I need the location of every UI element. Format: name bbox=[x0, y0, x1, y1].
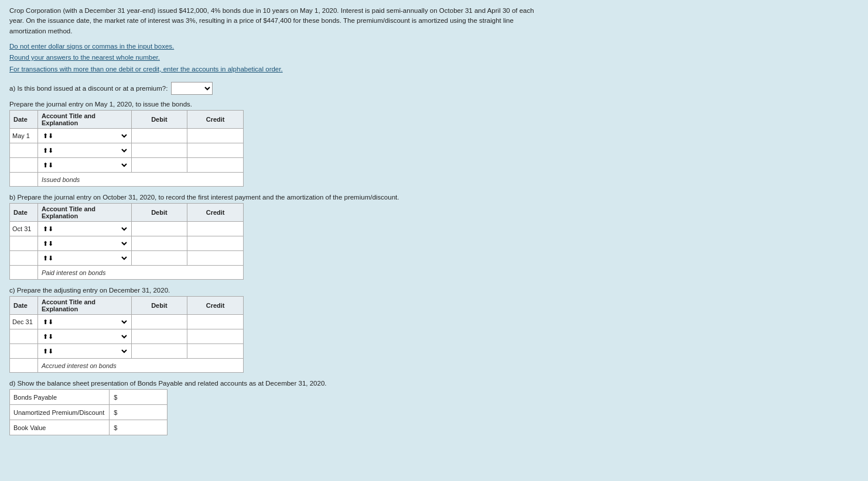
account-select-c3[interactable]: ⬆⬇ bbox=[40, 345, 129, 357]
account-select-c1[interactable]: ⬆⬇ bbox=[40, 316, 129, 328]
col-debit-a: Debit bbox=[131, 111, 187, 129]
col-date-b: Date bbox=[10, 204, 38, 222]
part-a-question-label: a) Is this bond issued at a discount or … bbox=[9, 85, 168, 92]
note-row-c: Accrued interest on bonds bbox=[10, 359, 244, 373]
unamortized-input[interactable] bbox=[122, 409, 163, 416]
note-date-b bbox=[10, 266, 38, 280]
instruction-1: Do not enter dollar signs or commas in t… bbox=[9, 41, 859, 53]
debit-input-c2[interactable] bbox=[134, 331, 185, 342]
note-date-a bbox=[10, 173, 38, 187]
date-cell-c3 bbox=[10, 344, 38, 359]
debit-cell-a1[interactable] bbox=[131, 129, 187, 143]
unamortized-value[interactable] bbox=[118, 405, 168, 420]
instructions-block: Do not enter dollar signs or commas in t… bbox=[9, 41, 859, 75]
debit-cell-c3[interactable] bbox=[131, 344, 187, 359]
account-select-b3[interactable]: ⬆⬇ bbox=[40, 252, 129, 264]
account-select-a2[interactable]: ⬆⬇ bbox=[40, 145, 129, 156]
table-row: May 1 ⬆⬇ bbox=[10, 129, 244, 143]
credit-input-c3[interactable] bbox=[190, 345, 241, 357]
debit-input-a2[interactable] bbox=[134, 145, 185, 156]
debit-cell-a3[interactable] bbox=[131, 158, 187, 173]
credit-cell-a2[interactable] bbox=[187, 143, 244, 158]
debit-input-a1[interactable] bbox=[134, 130, 185, 142]
account-cell-a3[interactable]: ⬆⬇ bbox=[37, 158, 131, 173]
balance-row-bonds-payable: Bonds Payable $ bbox=[10, 390, 168, 405]
credit-input-a2[interactable] bbox=[190, 145, 241, 156]
credit-input-c1[interactable] bbox=[190, 316, 241, 328]
bonds-payable-value[interactable] bbox=[118, 390, 168, 405]
debit-input-a3[interactable] bbox=[134, 159, 185, 171]
bond-type-select[interactable]: Premium Discount bbox=[171, 82, 213, 95]
col-credit-a: Credit bbox=[187, 111, 244, 129]
credit-input-a3[interactable] bbox=[190, 159, 241, 171]
debit-input-c3[interactable] bbox=[134, 345, 185, 357]
credit-input-a1[interactable] bbox=[190, 130, 241, 142]
book-value-input[interactable] bbox=[122, 424, 163, 431]
table-row: Dec 31 ⬆⬇ bbox=[10, 315, 244, 329]
table-row: ⬆⬇ bbox=[10, 251, 244, 266]
book-value-label: Book Value bbox=[10, 420, 110, 435]
col-date-a: Date bbox=[10, 111, 38, 129]
col-date-c: Date bbox=[10, 297, 38, 315]
debit-input-c1[interactable] bbox=[134, 316, 185, 328]
col-credit-c: Credit bbox=[187, 297, 244, 315]
credit-input-c2[interactable] bbox=[190, 331, 241, 342]
credit-input-b3[interactable] bbox=[190, 252, 241, 264]
credit-input-b2[interactable] bbox=[190, 238, 241, 249]
debit-input-b3[interactable] bbox=[134, 252, 185, 264]
note-text-a: Issued bonds bbox=[37, 173, 243, 187]
table-row: ⬆⬇ bbox=[10, 329, 244, 344]
date-cell-b1: Oct 31 bbox=[10, 222, 38, 236]
account-select-a1[interactable]: ⬆⬇ bbox=[40, 130, 129, 142]
credit-cell-a3[interactable] bbox=[187, 158, 244, 173]
book-value-dollar: $ bbox=[109, 420, 118, 435]
debit-cell-b2[interactable] bbox=[131, 236, 187, 251]
credit-cell-a1[interactable] bbox=[187, 129, 244, 143]
col-debit-c: Debit bbox=[131, 297, 187, 315]
credit-cell-c1[interactable] bbox=[187, 315, 244, 329]
debit-cell-b1[interactable] bbox=[131, 222, 187, 236]
balance-row-book-value: Book Value $ bbox=[10, 420, 168, 435]
account-cell-c3[interactable]: ⬆⬇ bbox=[37, 344, 131, 359]
account-select-b2[interactable]: ⬆⬇ bbox=[40, 238, 129, 249]
debit-cell-c1[interactable] bbox=[131, 315, 187, 329]
part-d-label: d) Show the balance sheet presentation o… bbox=[9, 380, 859, 387]
account-cell-c1[interactable]: ⬆⬇ bbox=[37, 315, 131, 329]
part-c-label: c) Prepare the adjusting entry on Decemb… bbox=[9, 287, 859, 294]
account-cell-c2[interactable]: ⬆⬇ bbox=[37, 329, 131, 344]
debit-cell-b3[interactable] bbox=[131, 251, 187, 266]
journal-table-a: Date Account Title and Explanation Debit… bbox=[9, 110, 244, 187]
credit-cell-c2[interactable] bbox=[187, 329, 244, 344]
bonds-payable-input[interactable] bbox=[122, 394, 163, 401]
date-cell-c2 bbox=[10, 329, 38, 344]
account-select-b1[interactable]: ⬆⬇ bbox=[40, 223, 129, 235]
date-cell-a2 bbox=[10, 143, 38, 158]
note-date-c bbox=[10, 359, 38, 373]
debit-input-b1[interactable] bbox=[134, 223, 185, 235]
credit-cell-b1[interactable] bbox=[187, 222, 244, 236]
credit-cell-b2[interactable] bbox=[187, 236, 244, 251]
debit-cell-c2[interactable] bbox=[131, 329, 187, 344]
instruction-2: Round your answers to the nearest whole … bbox=[9, 52, 859, 64]
book-value-value[interactable] bbox=[118, 420, 168, 435]
part-d-section: d) Show the balance sheet presentation o… bbox=[9, 380, 859, 435]
credit-cell-b3[interactable] bbox=[187, 251, 244, 266]
account-cell-a2[interactable]: ⬆⬇ bbox=[37, 143, 131, 158]
part-b-label: b) Prepare the journal entry on October … bbox=[9, 194, 859, 201]
debit-cell-a2[interactable] bbox=[131, 143, 187, 158]
account-cell-a1[interactable]: ⬆⬇ bbox=[37, 129, 131, 143]
journal-table-b: Date Account Title and Explanation Debit… bbox=[9, 203, 244, 280]
instruction-3: For transactions with more than one debi… bbox=[9, 64, 859, 75]
credit-input-b1[interactable] bbox=[190, 223, 241, 235]
intro-text: Crop Corporation (with a December 31 yea… bbox=[9, 6, 536, 36]
date-cell-b2 bbox=[10, 236, 38, 251]
account-cell-b2[interactable]: ⬆⬇ bbox=[37, 236, 131, 251]
credit-cell-c3[interactable] bbox=[187, 344, 244, 359]
account-cell-b1[interactable]: ⬆⬇ bbox=[37, 222, 131, 236]
bonds-payable-dollar: $ bbox=[109, 390, 118, 405]
col-account-c: Account Title and Explanation bbox=[37, 297, 131, 315]
account-select-c2[interactable]: ⬆⬇ bbox=[40, 331, 129, 342]
account-cell-b3[interactable]: ⬆⬇ bbox=[37, 251, 131, 266]
account-select-a3[interactable]: ⬆⬇ bbox=[40, 159, 129, 171]
debit-input-b2[interactable] bbox=[134, 238, 185, 249]
